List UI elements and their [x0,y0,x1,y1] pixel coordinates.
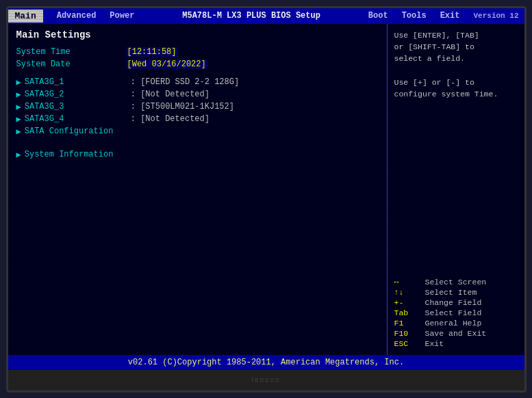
active-menu-item[interactable]: Main [8,10,43,23]
arrow-icon: ▶ [16,102,21,112]
key-change-field-desc: Change Field [425,298,482,307]
sata3g3-label: SATA3G_3 [25,102,131,111]
system-info-label: System Information [25,150,131,159]
key-arrows: ↔ [394,278,425,287]
sata3g2-row[interactable]: ▶ SATA3G_2 : [Not Detected] [16,90,379,100]
sata-config-row[interactable]: ▶ SATA Configuration [16,127,379,137]
key-esc-desc: Exit [425,339,444,348]
arrow-icon: ▶ [16,127,21,137]
section-title: Main Settings [16,29,379,40]
key-select-item-desc: Select Item [425,288,477,297]
system-date-value[interactable]: [Wed 03/16/2022] [126,59,207,69]
system-info-row[interactable]: ▶ System Information [16,150,379,160]
sata3g1-row[interactable]: ▶ SATA3G_1 : [FOERD SSD 2-2 128G] [16,77,379,88]
nav-boot[interactable]: Boot [368,11,388,21]
key-f1: F1 [394,319,425,328]
sata3g3-row[interactable]: ▶ SATA3G_3 : [ST500LM021-1KJ152] [16,102,379,112]
key-tab: Tab [394,308,425,317]
help-line1: Use [ENTER], [TAB] [394,29,518,41]
arrow-icon: ▶ [16,77,21,88]
footer-bar: v02.61 (C)Copyright 1985-2011, American … [8,355,524,370]
sata3g3-value: : [ST500LM021-1KJ152] [131,102,234,111]
nav-items-right: Boot Tools Exit [355,11,474,21]
key-f10: F10 [394,329,425,338]
sata3g1-value: : [FOERD SSD 2-2 128G] [131,77,239,87]
top-menu-bar: Main Advanced Power M5A78L-M LX3 PLUS BI… [8,8,524,24]
key-esc: ESC [394,339,425,348]
sata3g2-value: : [Not Detected] [131,90,210,99]
keybind-change-field: +- Change Field [394,298,518,307]
sata3g1-label: SATA3G_1 [25,77,131,87]
monitor-bottom: lenovo [8,370,524,390]
key-tab-desc: Select Field [425,308,482,317]
right-panel: Use [ENTER], [TAB] or [SHIFT-TAB] to sel… [388,24,524,355]
help-line5: Use [+] or [-] to [394,77,518,88]
system-time-value[interactable]: [12:11:58] [126,47,178,57]
keybind-tab: Tab Select Field [394,308,518,317]
sata3g4-value: : [Not Detected] [131,114,210,124]
keybind-f1: F1 General Help [394,319,518,328]
bios-version: Version 12 [473,12,524,20]
system-date-row: System Date [Wed 03/16/2022] [16,59,379,69]
arrow-icon: ▶ [16,150,21,160]
nav-power[interactable]: Power [110,11,134,21]
sata-config-label: SATA Configuration [25,127,131,136]
system-time-row: System Time [12:11:58] [16,47,379,57]
keybind-f10: F10 Save and Exit [394,329,518,338]
system-date-label: System Date [16,59,126,69]
nav-tools[interactable]: Tools [402,11,427,21]
nav-advanced[interactable]: Advanced [57,11,97,21]
nav-items: Advanced Power [43,11,149,21]
monitor-brand: lenovo [252,376,280,384]
bios-title: M5A78L-M LX3 PLUS BIOS Setup [148,11,355,21]
keybind-select-item: ↑↓ Select Item [394,288,518,297]
main-content-area: Main Settings System Time [12:11:58] Sys… [8,24,524,355]
sata3g4-label: SATA3G_4 [25,114,131,124]
left-panel: Main Settings System Time [12:11:58] Sys… [8,24,388,355]
monitor: Main Advanced Power M5A78L-M LX3 PLUS BI… [6,6,527,393]
key-f10-desc: Save and Exit [425,329,487,338]
key-f1-desc: General Help [425,319,482,328]
sata3g2-label: SATA3G_2 [25,90,131,99]
arrow-icon: ▶ [16,90,21,100]
sata3g4-row[interactable]: ▶ SATA3G_4 : [Not Detected] [16,114,379,124]
system-time-label: System Time [16,47,126,57]
keybinds-list: ↔ Select Screen ↑↓ Select Item +- Change… [394,278,518,349]
keybind-esc: ESC Exit [394,339,518,348]
arrow-icon: ▶ [16,114,21,124]
help-line2: or [SHIFT-TAB] to [394,41,518,53]
keybind-select-screen: ↔ Select Screen [394,278,518,287]
bios-screen: Main Advanced Power M5A78L-M LX3 PLUS BI… [8,8,524,370]
help-text: Use [ENTER], [TAB] or [SHIFT-TAB] to sel… [394,29,518,101]
help-line3: select a field. [394,53,518,64]
help-line6: configure system Time. [394,88,518,100]
key-updown: ↑↓ [394,288,425,297]
key-select-screen-desc: Select Screen [425,278,487,287]
key-plusminus: +- [394,298,425,307]
footer-text: v02.61 (C)Copyright 1985-2011, American … [128,358,404,367]
nav-exit[interactable]: Exit [440,11,460,21]
